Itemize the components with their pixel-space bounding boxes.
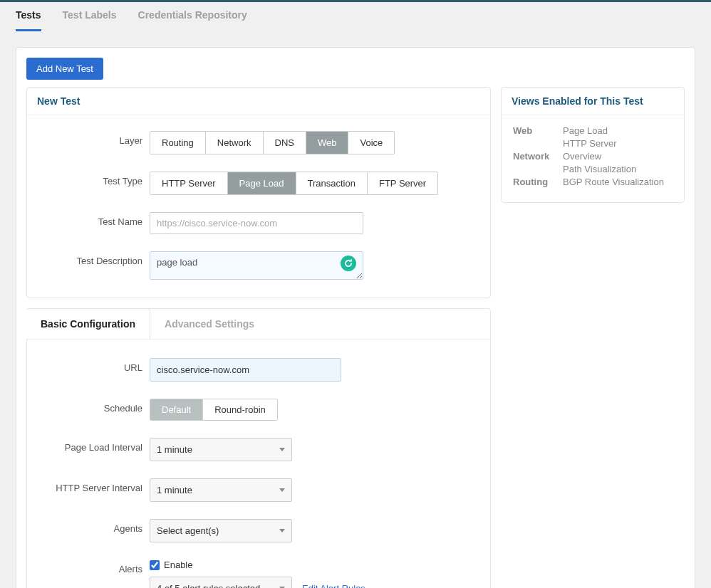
alerts-enable-row[interactable]: Enable [150,560,365,570]
tab-basic-configuration[interactable]: Basic Configuration [26,308,150,339]
test-name-input[interactable] [150,212,363,234]
layer-label: Layer [43,131,142,146]
test-description-input[interactable] [150,251,363,280]
top-tabs: Tests Test Labels Credentials Repository [0,2,711,31]
tab-advanced-settings[interactable]: Advanced Settings [150,309,269,339]
views-category-web: Web [513,125,563,149]
views-item: HTTP Server [563,138,617,149]
schedule-label: Schedule [43,399,142,414]
views-item: Page Load [563,125,617,136]
main-container: Add New Test New Test Layer Routing Netw… [16,47,695,588]
layer-segmented: Routing Network DNS Web Voice [150,131,395,154]
agents-select[interactable]: Select agent(s) [150,519,292,542]
caret-down-icon [279,488,285,492]
add-new-test-button[interactable]: Add New Test [26,58,103,80]
test-description-label: Test Description [43,251,142,266]
tab-test-labels[interactable]: Test Labels [63,9,117,31]
test-type-segmented: HTTP Server Page Load Transaction FTP Se… [150,172,438,195]
new-test-title: New Test [27,88,490,115]
page-load-interval-value: 1 minute [157,444,192,455]
caret-down-icon [279,529,285,532]
alerts-enable-checkbox[interactable] [150,560,160,570]
alert-rules-select[interactable]: 4 of 5 alert rules selected [150,577,292,588]
new-test-panel: New Test Layer Routing Network DNS Web V… [26,87,491,298]
test-name-label: Test Name [43,212,142,227]
test-type-page-load[interactable]: Page Load [228,172,296,194]
layer-network[interactable]: Network [206,132,264,154]
layer-web[interactable]: Web [306,132,349,154]
layer-voice[interactable]: Voice [348,132,394,154]
views-panel: Views Enabled for This Test Web Page Loa… [501,87,685,203]
http-server-interval-label: HTTP Server Interval [43,478,142,493]
views-item: Path Visualization [563,164,636,174]
layer-routing[interactable]: Routing [150,132,206,154]
caret-down-icon [279,448,285,451]
grammarly-icon[interactable] [341,256,356,271]
agents-value: Select agent(s) [157,525,219,536]
http-server-interval-value: 1 minute [157,485,192,495]
page-load-interval-label: Page Load Interval [43,438,142,453]
schedule-round-robin[interactable]: Round-robin [203,399,277,420]
http-server-interval-select[interactable]: 1 minute [150,478,292,502]
test-type-transaction[interactable]: Transaction [296,172,368,194]
layer-dns[interactable]: DNS [264,132,306,154]
url-label: URL [43,358,142,373]
views-category-routing: Routing [513,177,563,187]
views-item: BGP Route Visualization [563,177,664,187]
agents-label: Agents [43,519,142,534]
alert-rules-value: 4 of 5 alert rules selected [157,583,260,588]
tab-credentials-repository[interactable]: Credentials Repository [138,9,247,31]
views-category-network: Network [513,151,563,174]
views-item: Overview [563,151,636,162]
alerts-enable-label: Enable [164,560,192,570]
schedule-segmented: Default Round-robin [150,399,278,421]
test-type-ftp-server[interactable]: FTP Server [368,172,437,194]
test-type-label: Test Type [43,172,142,187]
edit-alert-rules-link[interactable]: Edit Alert Rules [302,583,365,588]
config-panel: Basic Configuration Advanced Settings UR… [26,308,491,588]
schedule-default[interactable]: Default [150,399,203,420]
views-title: Views Enabled for This Test [502,88,684,115]
tab-tests[interactable]: Tests [16,9,41,31]
url-input[interactable] [150,358,341,382]
test-type-http-server[interactable]: HTTP Server [150,172,228,194]
alerts-label: Alerts [43,560,142,574]
page-load-interval-select[interactable]: 1 minute [150,438,292,461]
